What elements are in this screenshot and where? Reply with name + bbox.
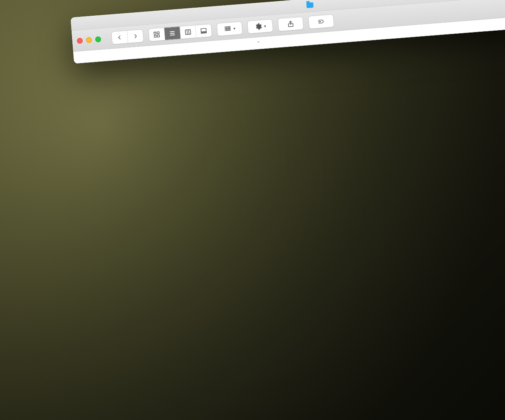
tag-icon xyxy=(317,18,325,25)
column-view-button[interactable] xyxy=(180,25,196,39)
back-button[interactable] xyxy=(111,31,128,44)
svg-rect-21 xyxy=(229,29,230,30)
fullscreen-window-button[interactable] xyxy=(95,36,101,42)
chevron-left-icon xyxy=(117,34,123,41)
svg-line-6 xyxy=(170,31,175,32)
finder-window: ▾ ▾ ⌃ xyxy=(70,0,505,64)
column-header-size[interactable] xyxy=(266,37,334,42)
svg-rect-3 xyxy=(157,32,159,34)
svg-point-23 xyxy=(320,21,320,22)
chevron-down-icon: ▾ xyxy=(264,24,266,28)
folder-icon xyxy=(306,2,314,8)
forward-button[interactable] xyxy=(127,29,143,43)
nav-back-forward xyxy=(111,29,144,44)
window-title-text xyxy=(316,1,317,8)
svg-rect-17 xyxy=(227,26,228,28)
list-icon xyxy=(168,29,176,37)
minimize-window-button[interactable] xyxy=(86,37,92,43)
window-controls xyxy=(77,36,101,44)
tags-button[interactable] xyxy=(308,14,334,29)
svg-rect-18 xyxy=(229,26,230,28)
svg-rect-15 xyxy=(205,32,206,33)
action-dropdown[interactable]: ▾ xyxy=(247,19,273,34)
svg-line-8 xyxy=(170,35,175,35)
share-button[interactable] xyxy=(278,16,304,31)
svg-line-10 xyxy=(187,30,187,34)
close-window-button[interactable] xyxy=(77,38,83,44)
svg-rect-14 xyxy=(203,32,205,33)
svg-rect-12 xyxy=(201,28,206,32)
list-view-button[interactable] xyxy=(164,26,181,40)
svg-rect-9 xyxy=(185,29,191,34)
svg-line-7 xyxy=(170,33,175,34)
gallery-icon xyxy=(200,27,207,34)
share-icon xyxy=(287,20,294,28)
gear-icon xyxy=(254,23,262,31)
view-mode-group xyxy=(148,24,212,42)
chevron-down-icon: ▾ xyxy=(234,26,236,31)
columns-icon xyxy=(184,28,191,36)
svg-rect-5 xyxy=(157,35,160,37)
svg-rect-20 xyxy=(227,29,229,30)
grid-icon xyxy=(153,31,160,38)
svg-line-11 xyxy=(189,30,189,34)
arrange-dropdown[interactable]: ▾ xyxy=(216,21,242,36)
sort-ascending-icon: ⌃ xyxy=(256,40,261,46)
arrange-icon xyxy=(224,26,232,33)
svg-rect-4 xyxy=(154,35,157,38)
chevron-right-icon xyxy=(132,33,138,40)
svg-rect-19 xyxy=(225,29,227,31)
svg-rect-16 xyxy=(225,27,226,28)
icon-view-button[interactable] xyxy=(149,28,165,41)
svg-rect-2 xyxy=(154,32,156,34)
svg-rect-13 xyxy=(201,33,203,34)
gallery-view-button[interactable] xyxy=(196,24,212,38)
